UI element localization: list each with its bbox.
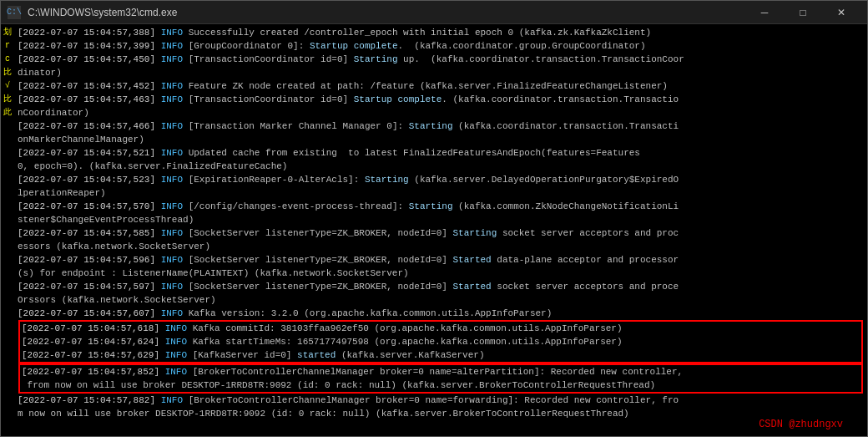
log-line: [2022-07-07 15:04:57,570] INFO [/config/… bbox=[18, 200, 864, 213]
log-line: [2022-07-07 15:04:57,618] INFO Kafka com… bbox=[18, 320, 863, 335]
log-line: 0, epoch=0). (kafka.server.FinalizedFeat… bbox=[18, 160, 864, 173]
log-line: m now on will use broker DESKTOP-1RRD8TR… bbox=[18, 407, 864, 420]
log-line: [2022-07-07 15:04:57,452] INFO Feature Z… bbox=[18, 79, 864, 93]
sidebar-label-1: 划 bbox=[1, 26, 14, 39]
sidebar-label-12: 此 bbox=[1, 106, 14, 119]
log-line: dinator) bbox=[18, 66, 864, 79]
log-line: from now on will use broker DESKTOP-1RRD… bbox=[18, 379, 863, 394]
watermark: CSDN @zhudngxv bbox=[759, 419, 843, 430]
log-line: (s) for endpoint : ListenerName(PLAINTEX… bbox=[18, 267, 864, 280]
log-line: [2022-07-07 15:04:57,607] INFO Kafka ver… bbox=[18, 307, 864, 320]
log-line: essors (kafka.network.SocketServer) bbox=[18, 240, 864, 253]
close-button[interactable]: ✕ bbox=[822, 1, 860, 24]
log-line: [2022-07-07 15:04:57,624] INFO Kafka sta… bbox=[18, 335, 863, 348]
log-line: [2022-07-07 15:04:57,399] INFO [GroupCoo… bbox=[18, 39, 864, 53]
log-line: lperationReaper) bbox=[18, 186, 864, 200]
sidebar-label-10: 比 bbox=[1, 93, 14, 106]
minimize-button[interactable]: ─ bbox=[745, 1, 784, 24]
sidebar-label-6: 比 bbox=[1, 66, 14, 79]
log-line: [2022-07-07 15:04:57,463] INFO [Transact… bbox=[18, 93, 864, 106]
sidebar-label-4: c bbox=[1, 53, 14, 66]
log-line: [2022-07-07 15:04:57,596] INFO [SocketSe… bbox=[18, 253, 864, 267]
log-line: stener$ChangeEventProcessThread) bbox=[18, 213, 864, 226]
log-line: onMarkerChannelManager) bbox=[18, 133, 864, 146]
log-line: [2022-07-07 15:04:57,852] INFO [BrokerTo… bbox=[18, 363, 863, 379]
sidebar-label-3: r bbox=[1, 39, 14, 53]
log-line: [2022-07-07 15:04:57,450] INFO [Transact… bbox=[18, 53, 864, 66]
log-line: [2022-07-07 15:04:57,523] INFO [Expirati… bbox=[18, 173, 864, 186]
log-line: [2022-07-07 15:04:57,521] INFO Updated c… bbox=[18, 146, 864, 160]
content-area: 划 r c 比 √ 比 此 [2022-07-07 15:04:57,388] … bbox=[1, 24, 867, 436]
log-line: [2022-07-07 15:04:57,585] INFO [SocketSe… bbox=[18, 226, 864, 240]
log-line: Orssors (kafka.network.SocketServer) bbox=[18, 293, 864, 307]
left-sidebar: 划 r c 比 √ 比 此 bbox=[1, 24, 14, 436]
app-icon: C:\ bbox=[8, 6, 21, 19]
sidebar-label-8: √ bbox=[1, 79, 14, 93]
log-line: [2022-07-07 15:04:57,388] INFO Successfu… bbox=[18, 26, 864, 39]
main-window: C:\ C:\WINDOWS\system32\cmd.exe ─ □ ✕ 划 … bbox=[0, 0, 868, 437]
log-line: [2022-07-07 15:04:57,629] INFO [KafkaSer… bbox=[18, 348, 863, 363]
log-line: nCoordinator) bbox=[18, 106, 864, 119]
log-line: [2022-07-07 15:04:57,597] INFO [SocketSe… bbox=[18, 280, 864, 293]
titlebar: C:\ C:\WINDOWS\system32\cmd.exe ─ □ ✕ bbox=[1, 1, 867, 24]
window-title: C:\WINDOWS\system32\cmd.exe bbox=[28, 7, 745, 18]
window-controls: ─ □ ✕ bbox=[745, 1, 860, 24]
log-line: [2022-07-07 15:04:57,466] INFO [Transact… bbox=[18, 119, 864, 133]
maximize-button[interactable]: □ bbox=[784, 1, 822, 24]
log-line: [2022-07-07 15:04:57,882] INFO [BrokerTo… bbox=[18, 394, 864, 407]
terminal-output[interactable]: [2022-07-07 15:04:57,388] INFO Successfu… bbox=[14, 24, 867, 436]
